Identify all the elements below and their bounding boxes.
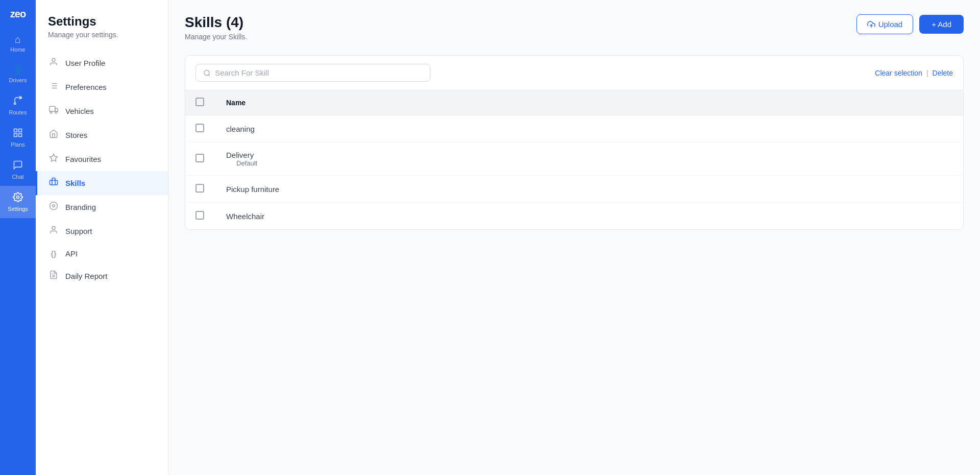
- settings-menu-vehicles[interactable]: Vehicles: [36, 99, 168, 123]
- svg-point-6: [17, 196, 19, 199]
- nav-item-plans-label: Plans: [11, 141, 25, 148]
- upload-button[interactable]: Upload: [856, 14, 914, 34]
- search-icon: [203, 69, 211, 77]
- delete-link[interactable]: Delete: [933, 69, 953, 77]
- svg-point-19: [50, 202, 58, 210]
- table-row: cleaning: [185, 115, 963, 142]
- nav-item-routes-label: Routes: [9, 109, 27, 115]
- svg-point-16: [55, 111, 57, 113]
- settings-subtitle: Manage your settings.: [36, 31, 168, 39]
- nav-item-routes[interactable]: Routes: [0, 89, 36, 122]
- search-box[interactable]: [195, 64, 430, 82]
- settings-icon: [13, 192, 23, 204]
- menu-support-label: Support: [65, 227, 92, 235]
- row-checkbox[interactable]: [195, 211, 204, 220]
- home-icon: ⌂: [15, 34, 21, 44]
- svg-rect-5: [19, 134, 22, 137]
- routes-icon: [13, 96, 23, 107]
- row-checkbox-cell: [185, 176, 216, 203]
- row-checkbox[interactable]: [195, 184, 204, 193]
- settings-menu-user-profile[interactable]: User Profile: [36, 51, 168, 75]
- menu-daily-report-label: Daily Report: [65, 272, 108, 280]
- daily-report-icon: [48, 270, 59, 282]
- skill-name: Delivery: [226, 151, 953, 159]
- svg-rect-3: [19, 129, 22, 132]
- settings-menu-branding[interactable]: Branding: [36, 195, 168, 219]
- menu-stores-label: Stores: [65, 131, 87, 139]
- plans-icon: [13, 128, 23, 139]
- table-actions: Clear selection | Delete: [875, 69, 953, 77]
- nav-item-chat-label: Chat: [12, 174, 23, 180]
- user-profile-icon: [48, 57, 59, 69]
- svg-rect-4: [14, 134, 17, 137]
- skill-tag: Default: [236, 159, 953, 167]
- skill-name: cleaning: [216, 115, 963, 142]
- table-row: Wheelchair: [185, 203, 963, 230]
- chat-icon: [13, 160, 23, 172]
- nav-item-settings[interactable]: Settings: [0, 186, 36, 218]
- skill-name: Wheelchair: [216, 203, 963, 230]
- menu-api-label: API: [65, 249, 78, 258]
- preferences-icon: [48, 81, 59, 93]
- row-checkbox-cell: [185, 142, 216, 176]
- add-button[interactable]: + Add: [919, 15, 964, 34]
- menu-vehicles-label: Vehicles: [65, 107, 94, 115]
- api-icon: {}: [48, 250, 59, 258]
- header-checkbox-col: [185, 90, 216, 115]
- drivers-icon: 👤: [12, 65, 24, 75]
- page-subtitle: Manage your Skills.: [185, 33, 247, 41]
- skills-table-body: cleaningDeliveryDefaultPickup furnitureW…: [185, 115, 963, 230]
- nav-item-drivers-label: Drivers: [9, 77, 27, 83]
- table-toolbar: Clear selection | Delete: [185, 56, 963, 90]
- row-name-cell: DeliveryDefault: [216, 142, 963, 176]
- skills-table: Name cleaningDeliveryDefaultPickup furni…: [185, 90, 963, 229]
- settings-menu-support[interactable]: Support: [36, 219, 168, 243]
- menu-user-profile-label: User Profile: [65, 59, 105, 67]
- settings-menu-preferences[interactable]: Preferences: [36, 75, 168, 99]
- upload-icon: [867, 20, 875, 29]
- favourites-icon: [48, 153, 59, 165]
- svg-point-15: [50, 111, 52, 113]
- main-content: Skills (4) Manage your Skills. Upload + …: [168, 0, 980, 475]
- clear-selection-link[interactable]: Clear selection: [875, 69, 922, 77]
- action-divider: |: [926, 69, 928, 77]
- settings-title: Settings: [36, 14, 168, 29]
- page-title: Skills (4): [185, 14, 247, 31]
- svg-point-7: [52, 58, 55, 61]
- nav-item-home[interactable]: ⌂ Home: [0, 28, 36, 59]
- header-name-col: Name: [216, 90, 963, 115]
- row-checkbox[interactable]: [195, 154, 204, 162]
- search-input[interactable]: [215, 68, 423, 77]
- row-checkbox-cell: [185, 115, 216, 142]
- stores-icon: [48, 129, 59, 141]
- svg-rect-18: [50, 180, 58, 185]
- nav-item-drivers[interactable]: 👤 Drivers: [0, 59, 36, 89]
- skills-table-container: Clear selection | Delete Name cleaningDe…: [185, 55, 964, 230]
- branding-icon: [48, 201, 59, 213]
- settings-sidebar: Settings Manage your settings. User Prof…: [36, 0, 168, 475]
- nav-item-chat[interactable]: Chat: [0, 154, 36, 186]
- app-logo: zeo: [10, 8, 26, 20]
- settings-menu-skills[interactable]: Skills: [36, 171, 168, 195]
- settings-menu-daily-report[interactable]: Daily Report: [36, 264, 168, 288]
- table-header-row: Name: [185, 90, 963, 115]
- svg-point-25: [204, 70, 209, 75]
- settings-menu-stores[interactable]: Stores: [36, 123, 168, 147]
- menu-preferences-label: Preferences: [65, 83, 107, 91]
- header-buttons: Upload + Add: [856, 14, 964, 34]
- skill-name: Pickup furniture: [216, 176, 963, 203]
- menu-favourites-label: Favourites: [65, 155, 101, 163]
- settings-menu-favourites[interactable]: Favourites: [36, 147, 168, 171]
- select-all-checkbox[interactable]: [195, 98, 204, 106]
- skills-icon: [48, 177, 59, 189]
- svg-marker-17: [50, 154, 58, 161]
- svg-point-20: [53, 205, 55, 207]
- row-checkbox[interactable]: [195, 124, 204, 132]
- svg-rect-2: [14, 129, 17, 132]
- table-row: DeliveryDefault: [185, 142, 963, 176]
- settings-menu-api[interactable]: {} API: [36, 243, 168, 264]
- nav-bar: zeo ⌂ Home 👤 Drivers Routes Plans Chat S…: [0, 0, 36, 475]
- row-checkbox-cell: [185, 203, 216, 230]
- nav-item-plans[interactable]: Plans: [0, 122, 36, 154]
- svg-line-26: [209, 74, 210, 76]
